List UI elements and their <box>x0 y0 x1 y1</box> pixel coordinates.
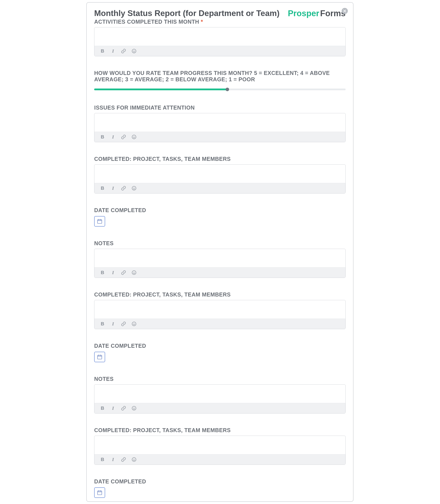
link-icon <box>121 406 126 411</box>
bold-button[interactable]: B <box>100 270 105 275</box>
input-notes-1[interactable] <box>94 249 345 267</box>
svg-point-6 <box>132 186 136 190</box>
input-issues[interactable] <box>94 113 345 132</box>
slider-thumb[interactable] <box>226 88 229 91</box>
smile-icon <box>131 457 137 462</box>
bold-button[interactable]: B <box>100 48 105 54</box>
svg-point-15 <box>135 323 135 324</box>
link-button[interactable] <box>121 134 126 140</box>
svg-rect-9 <box>97 220 102 223</box>
bold-button[interactable]: B <box>100 406 105 411</box>
label-rating: HOW WOULD YOU RATE TEAM PROGRESS THIS MO… <box>94 70 346 83</box>
svg-point-20 <box>132 458 136 462</box>
date-picker-3[interactable] <box>94 487 105 498</box>
link-icon <box>121 270 126 275</box>
emoji-button[interactable] <box>131 321 137 327</box>
svg-point-12 <box>135 272 135 272</box>
link-icon <box>121 186 126 191</box>
svg-point-5 <box>135 136 135 137</box>
link-button[interactable] <box>121 270 126 275</box>
slider-rating[interactable] <box>94 88 346 91</box>
label-completed-3: COMPLETED: PROJECT, TASKS, TEAM MEMBERS <box>94 427 346 434</box>
slider-fill <box>94 88 227 90</box>
logo-part-1: Prosper <box>288 9 319 18</box>
bold-button[interactable]: B <box>100 321 105 327</box>
close-button[interactable] <box>342 8 348 14</box>
input-activities[interactable] <box>94 28 345 46</box>
toolbar-notes-1: B I <box>94 267 345 278</box>
calendar-icon <box>97 490 102 495</box>
rte-completed-1: B I <box>94 164 346 194</box>
svg-point-17 <box>132 406 136 410</box>
toolbar-completed-2: B I <box>94 319 345 329</box>
label-notes-1: NOTES <box>94 240 346 247</box>
italic-button[interactable]: I <box>110 321 116 327</box>
svg-point-14 <box>133 323 134 324</box>
link-icon <box>121 321 126 326</box>
smile-icon <box>131 48 137 54</box>
toolbar-activities: B I <box>94 46 345 56</box>
svg-point-1 <box>133 50 134 51</box>
svg-rect-23 <box>97 491 102 495</box>
rte-issues: B I <box>94 113 346 142</box>
italic-button[interactable]: I <box>110 48 116 54</box>
svg-rect-16 <box>97 355 102 359</box>
svg-point-18 <box>133 407 134 408</box>
link-button[interactable] <box>121 185 126 191</box>
date-picker-2[interactable] <box>94 352 105 362</box>
svg-point-19 <box>135 407 135 408</box>
close-icon <box>343 9 346 13</box>
input-notes-2[interactable] <box>94 385 345 403</box>
label-completed-2: COMPLETED: PROJECT, TASKS, TEAM MEMBERS <box>94 292 346 298</box>
link-button[interactable] <box>121 406 126 411</box>
svg-point-7 <box>133 188 134 188</box>
italic-button[interactable]: I <box>110 270 116 275</box>
emoji-button[interactable] <box>131 406 137 411</box>
label-date-2: DATE COMPLETED <box>94 343 346 349</box>
rte-activities: B I <box>94 27 346 56</box>
smile-icon <box>131 321 137 326</box>
label-activities: ACTIVITIES COMPLETED THIS MONTH * <box>94 19 346 25</box>
smile-icon <box>131 134 137 140</box>
smile-icon <box>131 270 137 275</box>
input-completed-2[interactable] <box>94 300 345 319</box>
emoji-button[interactable] <box>131 185 137 191</box>
toolbar-issues: B I <box>94 132 345 142</box>
toolbar-notes-2: B I <box>94 403 345 413</box>
emoji-button[interactable] <box>131 134 137 140</box>
link-icon <box>121 134 126 140</box>
label-completed-1: COMPLETED: PROJECT, TASKS, TEAM MEMBERS <box>94 156 346 162</box>
svg-point-21 <box>133 459 134 459</box>
input-completed-3[interactable] <box>94 436 345 454</box>
link-button[interactable] <box>121 48 126 54</box>
svg-point-4 <box>133 136 134 137</box>
rte-completed-2: B I <box>94 300 346 329</box>
svg-point-22 <box>135 459 135 459</box>
logo: Prosper Forms <box>288 9 346 18</box>
svg-point-13 <box>132 322 136 326</box>
italic-button[interactable]: I <box>110 185 116 191</box>
input-completed-1[interactable] <box>94 165 345 183</box>
emoji-button[interactable] <box>131 48 137 54</box>
bold-button[interactable]: B <box>100 457 105 462</box>
emoji-button[interactable] <box>131 457 137 462</box>
link-button[interactable] <box>121 321 126 327</box>
form-title: Monthly Status Report (for Department or… <box>94 9 279 18</box>
link-icon <box>121 457 126 462</box>
italic-button[interactable]: I <box>110 457 116 462</box>
italic-button[interactable]: I <box>110 134 116 140</box>
smile-icon <box>131 186 137 191</box>
emoji-button[interactable] <box>131 270 137 275</box>
rte-completed-3: B I <box>94 436 346 465</box>
svg-point-10 <box>132 271 136 275</box>
date-picker-1[interactable] <box>94 216 105 227</box>
label-date-1: DATE COMPLETED <box>94 207 346 213</box>
italic-button[interactable]: I <box>110 406 116 411</box>
bold-button[interactable]: B <box>100 185 105 191</box>
bold-button[interactable]: B <box>100 134 105 140</box>
svg-point-8 <box>135 188 135 188</box>
svg-point-2 <box>135 50 135 51</box>
svg-point-11 <box>133 272 134 272</box>
label-date-3: DATE COMPLETED <box>94 478 346 485</box>
link-button[interactable] <box>121 457 126 462</box>
